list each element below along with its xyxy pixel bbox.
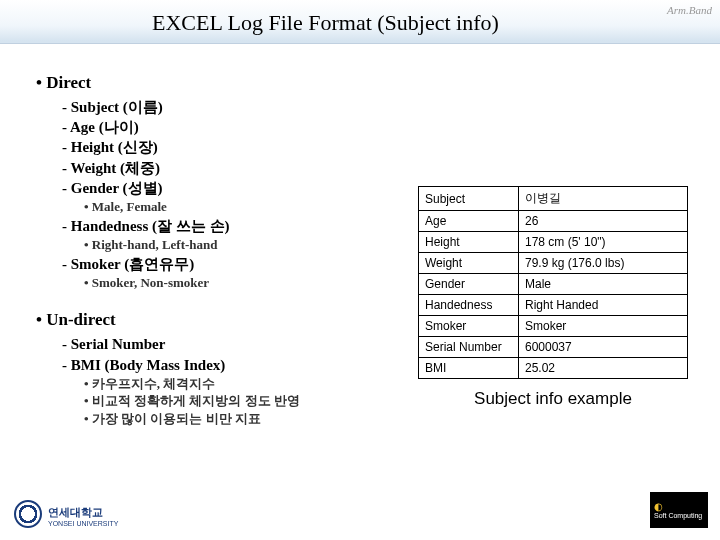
- table-cell-value: 79.9 kg (176.0 lbs): [519, 253, 688, 274]
- university-name-ko: 연세대학교: [48, 506, 103, 518]
- table-cell-key: Subject: [419, 187, 519, 211]
- table-cell-value: Smoker: [519, 316, 688, 337]
- item-handedness-values: Right-hand, Left-hand: [84, 236, 396, 254]
- table-cell-value: 26: [519, 211, 688, 232]
- table-row: BMI25.02: [419, 358, 688, 379]
- table-cell-key: Weight: [419, 253, 519, 274]
- table-cell-value: Right Handed: [519, 295, 688, 316]
- item-bmi-desc3: 가장 많이 이용되는 비만 지표: [84, 410, 396, 428]
- example-table-box: Subject이병길Age26Height178 cm (5' 10")Weig…: [418, 186, 688, 409]
- university-name-en: YONSEI UNIVERSITY: [48, 520, 118, 527]
- watermark-text: Arm.Band: [667, 4, 712, 16]
- table-cell-value: 25.02: [519, 358, 688, 379]
- section-undirect-heading: Un-direct: [36, 309, 396, 332]
- table-row: Subject이병길: [419, 187, 688, 211]
- table-body: Subject이병길Age26Height178 cm (5' 10")Weig…: [419, 187, 688, 379]
- item-handedness: Handedness (잘 쓰는 손): [62, 216, 396, 236]
- item-serial: Serial Number: [62, 334, 396, 354]
- table-cell-key: Serial Number: [419, 337, 519, 358]
- table-cell-value: 6000037: [519, 337, 688, 358]
- item-gender: Gender (성별): [62, 178, 396, 198]
- table-cell-key: Smoker: [419, 316, 519, 337]
- item-bmi: BMI (Body Mass Index): [62, 355, 396, 375]
- item-height: Height (신장): [62, 137, 396, 157]
- table-row: SmokerSmoker: [419, 316, 688, 337]
- table-cell-key: BMI: [419, 358, 519, 379]
- lab-name: Soft Computing: [654, 512, 704, 520]
- item-bmi-desc2: 비교적 정확하게 체지방의 정도 반영: [84, 392, 396, 410]
- outline-content: Direct Subject (이름) Age (나이) Height (신장)…: [36, 68, 396, 427]
- item-bmi-desc1: 카우프지수, 체격지수: [84, 375, 396, 393]
- table-cell-key: Age: [419, 211, 519, 232]
- table-cell-key: Handedness: [419, 295, 519, 316]
- item-subject: Subject (이름): [62, 97, 396, 117]
- table-row: Age26: [419, 211, 688, 232]
- table-row: GenderMale: [419, 274, 688, 295]
- table-row: Height178 cm (5' 10"): [419, 232, 688, 253]
- page-title: EXCEL Log File Format (Subject info): [152, 10, 499, 36]
- item-smoker-values: Smoker, Non-smoker: [84, 274, 396, 292]
- yonsei-logo-icon: [14, 500, 42, 528]
- item-weight: Weight (체중): [62, 158, 396, 178]
- table-cell-value: 이병길: [519, 187, 688, 211]
- table-row: Serial Number6000037: [419, 337, 688, 358]
- table-caption: Subject info example: [418, 389, 688, 409]
- lab-badge: ◐ Soft Computing: [650, 492, 708, 528]
- item-smoker: Smoker (흡연유무): [62, 254, 396, 274]
- table-row: HandednessRight Handed: [419, 295, 688, 316]
- table-cell-key: Gender: [419, 274, 519, 295]
- footer-left: 연세대학교 YONSEI UNIVERSITY: [14, 500, 118, 528]
- table-cell-value: 178 cm (5' 10"): [519, 232, 688, 253]
- item-age: Age (나이): [62, 117, 396, 137]
- section-direct-heading: Direct: [36, 72, 396, 95]
- item-gender-values: Male, Female: [84, 198, 396, 216]
- lab-icon: ◐: [654, 501, 704, 512]
- table-row: Weight79.9 kg (176.0 lbs): [419, 253, 688, 274]
- table-cell-value: Male: [519, 274, 688, 295]
- table-cell-key: Height: [419, 232, 519, 253]
- subject-info-table: Subject이병길Age26Height178 cm (5' 10")Weig…: [418, 186, 688, 379]
